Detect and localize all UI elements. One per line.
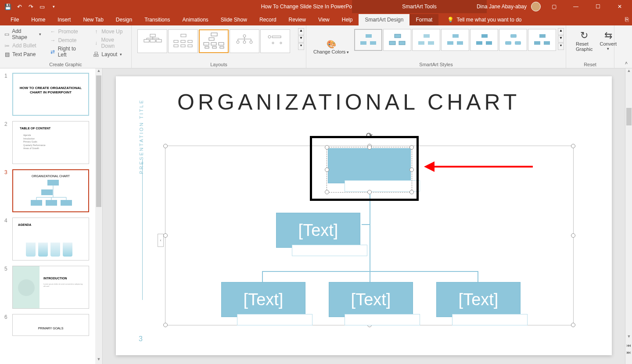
minimize-button[interactable]: — [567, 0, 585, 13]
tab-help[interactable]: Help [336, 14, 359, 25]
styles-scroll-up[interactable]: ▲ [558, 28, 564, 35]
start-from-beginning-button[interactable]: ▭ [37, 1, 47, 12]
svg-rect-35 [366, 34, 372, 38]
avatar[interactable] [531, 2, 541, 11]
thumbnail-panel[interactable]: 1 HOW TO CREATE ORGANIZATIONAL CHART IN … [0, 68, 103, 364]
layout-button[interactable]: 品Layout ▾ [93, 50, 128, 59]
styles-more[interactable]: ▾ [558, 43, 564, 50]
text-pane-button[interactable]: ▤Text Pane [4, 50, 41, 59]
svg-rect-50 [510, 34, 517, 38]
thumbnail-5[interactable]: 5 INTRODUCTION Lorem ipsum dolor sit ame… [0, 263, 102, 311]
resize-handle[interactable] [571, 323, 575, 327]
tab-home[interactable]: Home [25, 14, 51, 25]
resize-handle[interactable] [571, 144, 575, 148]
thumbnail-scrollbar[interactable]: ▲ ▼ [95, 68, 102, 364]
tab-transitions[interactable]: Transitions [138, 14, 176, 25]
org-box-b1[interactable]: [Text] [221, 282, 305, 317]
tab-slideshow[interactable]: Slide Show [215, 14, 253, 25]
org-box-b2[interactable]: [Text] [329, 282, 413, 317]
layout-option-4[interactable] [230, 29, 259, 53]
layout-option-1[interactable] [137, 29, 167, 53]
thumbnail-1[interactable]: 1 HOW TO CREATE ORGANIZATIONAL CHART IN … [0, 70, 102, 118]
reset-graphic-button[interactable]: ↻ Reset Graphic [573, 29, 596, 53]
presentation-title-sidebar: PRESENTATION TITLE [139, 99, 144, 174]
style-option-4[interactable] [441, 29, 469, 51]
resize-handle[interactable] [163, 144, 168, 148]
change-colors-button[interactable]: 🎨 Change Colors ▾ [310, 27, 352, 66]
add-shape-button[interactable]: ▭Add Shape ▾ [4, 27, 41, 41]
thumbnail-3[interactable]: 3 ORGANIZATIONAL CHART [0, 167, 102, 215]
undo-button[interactable]: ↶ [14, 1, 25, 12]
style-option-6[interactable] [499, 29, 527, 51]
promote-button: ←Promote [49, 27, 85, 36]
layouts-label: Layouts [132, 62, 306, 67]
svg-point-25 [243, 41, 246, 43]
annotation-black-box [310, 136, 419, 201]
svg-rect-10 [181, 40, 185, 43]
slide-canvas[interactable]: PRESENTATION TITLE 3 ORGANIZATIONAL CHAR… [116, 76, 612, 355]
svg-rect-57 [41, 189, 53, 195]
text-pane-toggle[interactable]: ‹ [158, 234, 164, 247]
convert-icon: ⇆ [604, 30, 612, 41]
layout-option-2[interactable] [168, 29, 198, 53]
next-slide-button[interactable]: ⏭ [625, 350, 632, 357]
reset-icon: ↻ [580, 30, 588, 41]
org-box-b3[interactable]: [Text] [436, 282, 521, 317]
maximize-button[interactable]: ☐ [589, 0, 607, 13]
svg-rect-20 [205, 46, 209, 48]
style-option-1[interactable] [354, 29, 382, 51]
layout-option-5[interactable] [260, 29, 290, 53]
ribbon-display-button[interactable]: ▢ [545, 0, 563, 13]
slide-area[interactable]: PRESENTATION TITLE 3 ORGANIZATIONAL CHAR… [103, 68, 625, 364]
tab-review[interactable]: Review [283, 14, 312, 25]
svg-rect-16 [209, 38, 214, 40]
tab-view[interactable]: View [312, 14, 336, 25]
resize-handle[interactable] [163, 323, 168, 327]
tab-smartart-design[interactable]: SmartArt Design [359, 14, 409, 25]
right-to-left-button[interactable]: ⇄Right to Left [49, 45, 85, 59]
thumbnail-6[interactable]: 6 PRIMARY GOALS [0, 311, 102, 339]
tab-record[interactable]: Record [253, 14, 283, 25]
layouts-more[interactable]: ▾ [298, 43, 304, 50]
layouts-scroll-up[interactable]: ▲ [298, 28, 304, 35]
org-box-mid[interactable]: [Text] [276, 213, 360, 248]
styles-scroll-down[interactable]: ▼ [558, 36, 564, 43]
slide-heading[interactable]: ORGANIZATIONAL CHART [177, 89, 520, 115]
tab-newtab[interactable]: New Tab [77, 14, 109, 25]
close-button[interactable]: ✕ [611, 0, 628, 13]
style-option-7[interactable] [528, 29, 556, 51]
svg-rect-22 [220, 46, 224, 48]
svg-rect-13 [181, 45, 185, 47]
thumbnail-2[interactable]: 2 TABLE OF CONTENT Agenda Introduction P… [0, 118, 102, 167]
org-label-b3[interactable] [452, 314, 528, 325]
layouts-scroll-down[interactable]: ▼ [298, 36, 304, 43]
tab-animations[interactable]: Animations [176, 14, 214, 25]
style-option-5[interactable] [470, 29, 498, 51]
layout-option-3[interactable] [199, 29, 229, 53]
qat-more-button[interactable]: ▾ [48, 1, 59, 12]
svg-rect-37 [370, 41, 376, 45]
tab-insert[interactable]: Insert [51, 14, 77, 25]
previous-slide-button[interactable]: ⏮ [625, 343, 632, 350]
save-button[interactable]: 💾 [3, 1, 13, 12]
share-button[interactable]: ⎘ [625, 16, 628, 23]
org-label-b1[interactable] [237, 314, 312, 325]
resize-handle[interactable] [163, 233, 168, 238]
tab-file[interactable]: File [4, 14, 25, 25]
tab-design[interactable]: Design [110, 14, 138, 25]
tab-format[interactable]: Format [409, 14, 438, 25]
org-label-b2[interactable] [345, 314, 420, 325]
collapse-ribbon-button[interactable]: ʌ [622, 58, 630, 66]
style-option-3[interactable] [412, 29, 440, 51]
resize-handle[interactable] [571, 233, 575, 238]
org-label-mid[interactable] [292, 245, 367, 256]
style-option-2[interactable] [383, 29, 411, 51]
svg-rect-8 [181, 34, 186, 37]
svg-point-23 [243, 35, 246, 37]
tell-me[interactable]: 💡 Tell me what you want to do [443, 14, 526, 25]
redo-button[interactable]: ↷ [25, 1, 36, 12]
convert-button[interactable]: ⇆ Convert ▾ [597, 29, 620, 52]
lightbulb-icon: 💡 [447, 17, 454, 23]
thumbnail-4[interactable]: 4 AGENDA [0, 215, 102, 263]
vertical-scrollbar[interactable]: ▲ ▼ ⏮ ⏭ [625, 68, 632, 364]
